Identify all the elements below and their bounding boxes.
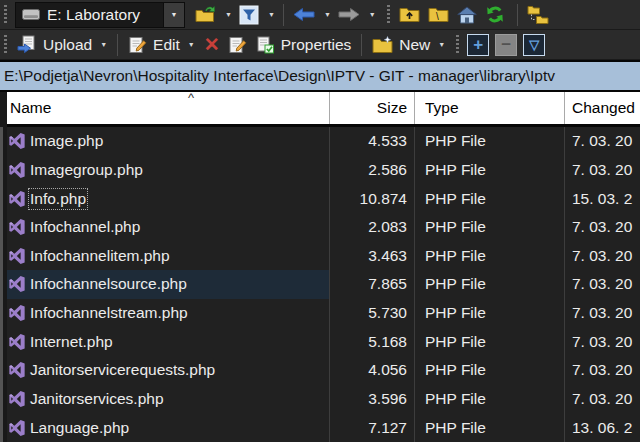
- file-row[interactable]: Image.php4.533PHP File7. 03. 20: [0, 127, 640, 156]
- edit-dropdown-arrow[interactable]: ▼: [188, 41, 195, 48]
- file-name-cell[interactable]: Infochannelstream.php: [0, 299, 330, 328]
- file-name: Infochannelsource.php: [30, 275, 187, 293]
- refresh-button[interactable]: [481, 3, 509, 26]
- file-type-cell: PHP File: [415, 299, 565, 328]
- file-name: Internet.php: [30, 333, 113, 351]
- new-dropdown-arrow[interactable]: ▼: [438, 41, 445, 48]
- edit-button[interactable]: Edit ▼: [123, 34, 200, 56]
- back-dropdown-arrow[interactable]: ▼: [321, 11, 334, 18]
- drive-selector[interactable]: E: Laboratory ▼: [15, 2, 185, 28]
- edit-label: Edit: [153, 36, 180, 54]
- file-name-cell[interactable]: Janitorservicerequests.php: [0, 356, 330, 385]
- toolbar-grip[interactable]: [4, 35, 7, 55]
- file-name-cell[interactable]: Imagegroup.php: [0, 156, 330, 185]
- file-size-cell: 7.127: [330, 413, 415, 442]
- php-file-icon: [8, 390, 26, 408]
- path-bar[interactable]: E:\Podjetja\Nevron\Hospitality Interface…: [0, 60, 640, 92]
- file-changed-cell: 7. 03. 20: [565, 385, 640, 414]
- filter-dropdown-arrow[interactable]: ▼: [265, 11, 278, 18]
- file-name-cell[interactable]: Infochannelitem.php: [0, 242, 330, 271]
- file-row[interactable]: Internet.php5.168PHP File7. 03. 20: [0, 327, 640, 356]
- drive-selector-value[interactable]: E: Laboratory: [16, 3, 163, 27]
- file-row[interactable]: Janitorservicerequests.php4.056PHP File7…: [0, 356, 640, 385]
- file-name: Imagegroup.php: [30, 161, 143, 179]
- file-type-cell: PHP File: [415, 270, 565, 299]
- file-type-cell: PHP File: [415, 156, 565, 185]
- file-name-cell[interactable]: Infochannel.php: [0, 213, 330, 242]
- column-header-row: Name Size Type Changed ^: [0, 92, 640, 127]
- php-file-icon: [8, 161, 26, 179]
- file-name: Infochannel.php: [30, 218, 140, 236]
- file-name-cell[interactable]: Janitorservices.php: [0, 385, 330, 414]
- home-button[interactable]: [453, 4, 481, 26]
- invert-selection-button[interactable]: ▽: [523, 34, 545, 56]
- php-file-icon: [8, 247, 26, 265]
- file-row[interactable]: Infochannel.php2.083PHP File7. 03. 20: [0, 213, 640, 242]
- new-button[interactable]: New ▼: [367, 34, 450, 56]
- properties-button[interactable]: Properties: [251, 34, 357, 56]
- php-file-icon: [8, 132, 26, 150]
- file-size-cell: 10.874: [330, 184, 415, 213]
- column-header-changed[interactable]: Changed: [565, 92, 640, 124]
- php-file-icon: [8, 333, 26, 351]
- file-row[interactable]: Imagegroup.php2.586PHP File7. 03. 20: [0, 156, 640, 185]
- select-all-button[interactable]: +: [467, 34, 489, 56]
- toolbar-grip[interactable]: [387, 5, 390, 25]
- current-path: E:\Podjetja\Nevron\Hospitality Interface…: [4, 67, 555, 85]
- file-size-cell: 4.533: [330, 127, 415, 156]
- file-name: Janitorservicerequests.php: [30, 361, 215, 379]
- open-folder-button[interactable]: [191, 4, 220, 25]
- file-row[interactable]: Language.php7.127PHP File13. 06. 2: [0, 413, 640, 442]
- php-file-icon: [8, 190, 26, 208]
- column-header-size[interactable]: Size: [330, 92, 415, 124]
- file-row[interactable]: Infochannelitem.php3.463PHP File7. 03. 2…: [0, 242, 640, 271]
- folder-tree-button[interactable]: [523, 3, 553, 26]
- file-name-cell[interactable]: Language.php: [0, 413, 330, 442]
- file-name-cell[interactable]: Internet.php: [0, 327, 330, 356]
- folder-root-icon: \: [428, 6, 449, 23]
- edit-file-button[interactable]: [224, 34, 251, 56]
- file-changed-cell: 7. 03. 20: [565, 213, 640, 242]
- file-row[interactable]: Infochannelstream.php5.730PHP File7. 03.…: [0, 299, 640, 328]
- toolbar-grip[interactable]: [4, 5, 7, 25]
- new-label: New: [399, 36, 430, 54]
- file-rows: Image.php4.533PHP File7. 03. 20 Imagegro…: [0, 127, 640, 442]
- delete-button[interactable]: ✕: [200, 31, 224, 58]
- file-row[interactable]: Info.php10.874PHP File15. 03. 2: [0, 184, 640, 213]
- plus-icon: +: [473, 36, 483, 53]
- file-name-cell[interactable]: Infochannelsource.php: [0, 270, 330, 299]
- filter-button[interactable]: [235, 3, 263, 27]
- file-size-cell: 3.596: [330, 385, 415, 414]
- file-row[interactable]: Janitorservices.php3.596PHP File7. 03. 2…: [0, 385, 640, 414]
- folder-root-button[interactable]: \: [424, 4, 453, 25]
- file-changed-cell: 7. 03. 20: [565, 327, 640, 356]
- upload-button[interactable]: Upload ▼: [12, 33, 112, 56]
- file-changed-cell: 7. 03. 20: [565, 299, 640, 328]
- open-folder-dropdown-arrow[interactable]: ▼: [222, 11, 235, 18]
- toolbar-separator: [517, 4, 518, 26]
- toolbar-grip[interactable]: [456, 35, 459, 55]
- file-changed-cell: 13. 06. 2: [565, 413, 640, 442]
- panel-left-strip[interactable]: [0, 127, 3, 442]
- file-size-cell: 7.865: [330, 270, 415, 299]
- php-file-icon: [8, 419, 26, 437]
- deselect-all-button[interactable]: −: [495, 34, 517, 56]
- drive-dropdown-arrow[interactable]: ▼: [163, 3, 184, 27]
- forward-button[interactable]: [334, 5, 364, 24]
- file-name: Infochannelstream.php: [30, 304, 188, 322]
- file-name: Infochannelitem.php: [30, 247, 170, 265]
- file-size-cell: 2.586: [330, 156, 415, 185]
- file-name-cell[interactable]: Image.php: [0, 127, 330, 156]
- file-name-cell[interactable]: Info.php: [0, 184, 330, 213]
- folder-up-button[interactable]: [395, 4, 424, 25]
- column-header-type[interactable]: Type: [415, 92, 565, 124]
- file-name: Image.php: [30, 132, 103, 150]
- forward-dropdown-arrow[interactable]: ▼: [366, 11, 379, 18]
- file-type-cell: PHP File: [415, 356, 565, 385]
- back-arrow-icon: [293, 7, 315, 22]
- upload-dropdown-arrow[interactable]: ▼: [100, 41, 107, 48]
- back-button[interactable]: [289, 5, 319, 24]
- file-row[interactable]: Infochannelsource.php7.865PHP File7. 03.…: [0, 270, 640, 299]
- column-header-name[interactable]: Name: [0, 92, 330, 124]
- sort-ascending-icon: ^: [188, 91, 194, 104]
